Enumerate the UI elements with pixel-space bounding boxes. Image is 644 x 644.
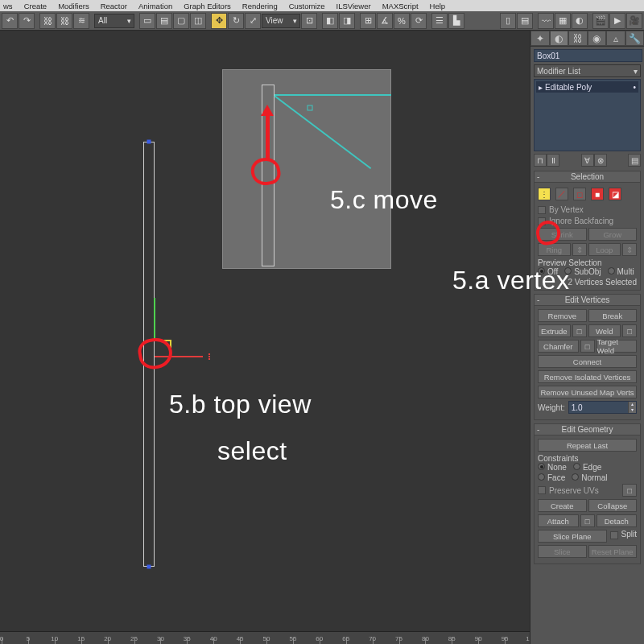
chamfer-button[interactable]: Chamfer [538, 340, 579, 353]
align-button[interactable]: ▯ [500, 13, 516, 29]
mirror-button[interactable]: ▙ [448, 13, 464, 29]
stack-item-editable-poly[interactable]: ▸Editable Poly• [536, 81, 638, 93]
schematic-view-button[interactable]: ▦ [555, 13, 571, 29]
ring-spinner[interactable]: ⇕ [572, 243, 587, 256]
menu-ilsviewer[interactable]: ILSViewer [335, 2, 373, 10]
attach-list-button[interactable]: □ [580, 514, 595, 527]
extrude-settings-button[interactable]: □ [572, 324, 587, 337]
viewport[interactable] [0, 31, 530, 631]
make-unique-button[interactable]: ∀ [581, 154, 594, 167]
ref-coord-dropdown[interactable]: View [262, 14, 300, 28]
connect-button[interactable]: Connect [538, 355, 637, 368]
select-object-button[interactable]: ▭ [139, 13, 155, 29]
preserve-uvs-checkbox[interactable] [538, 486, 546, 494]
unlink-button[interactable]: ⛓ [56, 13, 72, 29]
gizmo-y-axis[interactable] [154, 298, 155, 338]
undo-button[interactable]: ↶ [2, 13, 18, 29]
detach-button[interactable]: Detach [597, 514, 638, 527]
rollout-selection-header[interactable]: -Selection [535, 171, 640, 183]
tab-hierarchy[interactable]: ⛓ [568, 31, 588, 46]
chamfer-settings-button[interactable]: □ [580, 340, 595, 353]
selection-filter-dropdown[interactable]: All [94, 14, 134, 28]
loop-button[interactable]: Loop [588, 243, 621, 256]
render-frame-button[interactable]: ▶ [609, 13, 625, 29]
select-and-move-button[interactable]: ✥ [211, 13, 227, 29]
weld-settings-button[interactable]: □ [622, 324, 637, 337]
render-setup-button[interactable]: 🎬 [592, 13, 609, 29]
menu-rendering[interactable]: Rendering [241, 2, 279, 10]
constraint-none-radio[interactable] [538, 463, 545, 470]
split-checkbox[interactable] [610, 531, 618, 539]
tab-display[interactable]: ▵ [606, 31, 625, 46]
menu-reactor[interactable]: Reactor [99, 2, 129, 10]
repeat-last-button[interactable]: Repeat Last [538, 439, 637, 452]
menu-bar[interactable]: ws Create Modifiers Reactor Animation Gr… [0, 0, 644, 11]
pin-stack-button[interactable]: ⊓ [534, 154, 547, 167]
menu-create[interactable]: Create [23, 2, 49, 10]
menu-modifiers[interactable]: Modifiers [56, 2, 91, 10]
configure-sets-button[interactable]: ▤ [628, 154, 641, 167]
target-weld-button[interactable]: Target Weld [597, 340, 638, 353]
show-end-result-button[interactable]: Ⅱ [547, 154, 559, 167]
use-pivot-button[interactable]: ⊡ [301, 13, 317, 29]
timeline-ruler[interactable]: 0510152025303540455055606570758085909510… [0, 631, 530, 644]
weight-spinner[interactable]: 1.0▴▾ [568, 401, 637, 414]
menu-help[interactable]: Help [428, 2, 448, 10]
snap-toggle-button[interactable]: ⊞ [360, 13, 376, 29]
remove-button[interactable]: Remove [538, 309, 587, 322]
link-button[interactable]: ⛓ [39, 13, 56, 29]
extrude-button[interactable]: Extrude [538, 324, 571, 337]
modifier-stack[interactable]: ▸Editable Poly• [534, 79, 641, 151]
constraint-normal-radio[interactable] [572, 473, 579, 481]
preserve-uvs-settings-button[interactable]: □ [622, 484, 637, 497]
redo-button[interactable]: ↷ [19, 13, 35, 29]
tab-utilities[interactable]: 🔧 [625, 31, 645, 46]
rollout-edit-geometry-header[interactable]: -Edit Geometry [535, 424, 640, 436]
select-region-button[interactable]: ▢ [173, 13, 189, 29]
modifier-list-dropdown[interactable]: Modifier List [534, 64, 641, 77]
window-crossing-button[interactable]: ◫ [190, 13, 206, 29]
named-sets-button[interactable]: ☰ [431, 13, 448, 29]
preview-multi-radio[interactable] [608, 267, 615, 275]
menu-animation[interactable]: Animation [137, 2, 174, 10]
object-name-field[interactable] [534, 49, 642, 62]
ring-button[interactable]: Ring [538, 243, 571, 256]
remove-isolated-button[interactable]: Remove Isolated Vertices [538, 370, 637, 383]
keyboard-shortcut-button[interactable]: ◨ [339, 13, 355, 29]
break-button[interactable]: Break [588, 309, 638, 322]
subobj-polygon-button[interactable]: ■ [591, 188, 604, 200]
slice-button[interactable]: Slice [538, 545, 587, 558]
slice-plane-button[interactable]: Slice Plane [538, 530, 607, 543]
grow-button[interactable]: Grow [588, 228, 638, 241]
bind-spacewarp-button[interactable]: ≋ [73, 13, 89, 29]
rollout-edit-vertices-header[interactable]: -Edit Vertices [535, 295, 640, 306]
constraint-edge-radio[interactable] [573, 463, 580, 470]
create-button[interactable]: Create [538, 499, 587, 512]
tab-modify[interactable]: ◐ [550, 31, 569, 46]
menu-maxscript[interactable]: MAXScript [381, 2, 420, 10]
subobj-element-button[interactable]: ◪ [609, 188, 621, 200]
constraint-face-radio[interactable] [538, 473, 545, 481]
material-editor-button[interactable]: ◐ [572, 13, 588, 29]
select-and-rotate-button[interactable]: ↻ [228, 13, 244, 29]
select-by-name-button[interactable]: ▤ [156, 13, 172, 29]
layer-manager-button[interactable]: ▤ [517, 13, 533, 29]
render-button[interactable]: 🎥 [626, 13, 642, 29]
subobj-vertex-button[interactable]: ⋮ [538, 188, 551, 200]
attach-button[interactable]: Attach [538, 514, 579, 527]
tab-create[interactable]: ✦ [530, 31, 550, 46]
collapse-button[interactable]: Collapse [588, 499, 638, 512]
select-and-scale-button[interactable]: ⤢ [245, 13, 261, 29]
curve-editor-button[interactable]: 〰 [538, 13, 554, 29]
loop-spinner[interactable]: ⇕ [622, 243, 637, 256]
tab-motion[interactable]: ◉ [588, 31, 607, 46]
subobj-edge-button[interactable]: ／ [555, 188, 568, 200]
spinner-snap-button[interactable]: ⟳ [411, 13, 427, 29]
remove-unused-map-button[interactable]: Remove Unused Map Verts [538, 386, 637, 398]
remove-modifier-button[interactable]: ⊗ [594, 154, 607, 167]
menu-ws[interactable]: ws [2, 2, 14, 10]
percent-snap-button[interactable]: % [394, 13, 410, 29]
angle-snap-button[interactable]: ∡ [377, 13, 393, 29]
by-vertex-checkbox[interactable] [538, 206, 546, 214]
weld-button[interactable]: Weld [588, 324, 621, 337]
